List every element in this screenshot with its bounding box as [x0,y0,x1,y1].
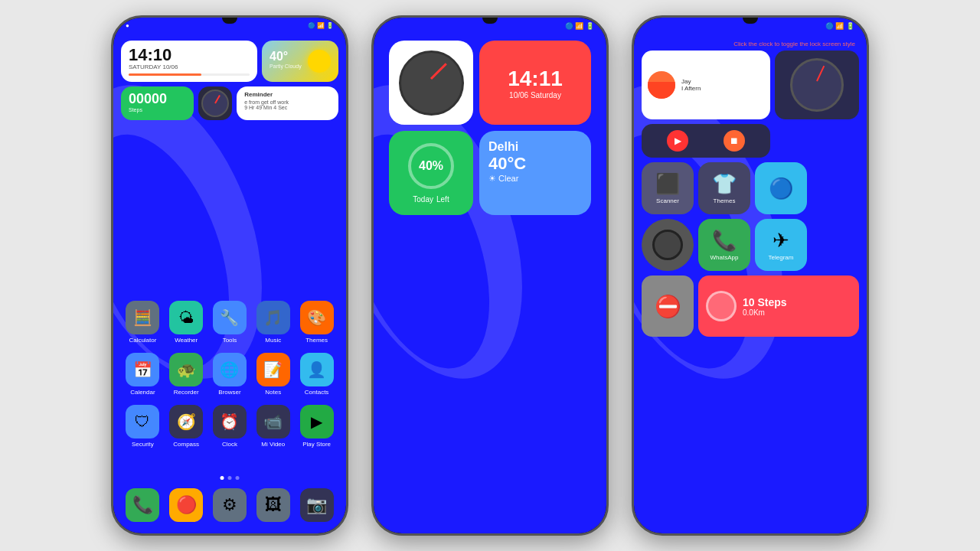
page-dot-2 [228,476,232,480]
clock-progress [129,73,250,76]
browser-icon: 🌐 [213,353,247,386]
widgets-area: 14:10 SATURDAY 10/06 40° Partly Cloudy [121,41,338,120]
app-music[interactable]: 🎵 Music [253,301,293,344]
app-playstore[interactable]: ▶ Play Store [297,405,337,448]
p3-cal-icon [648,71,675,99]
p3-media-controls[interactable]: ▶ ⏹ [642,124,770,158]
app-whatsapp[interactable]: 📞 WhatsApp [698,219,750,271]
dock-settings[interactable]: ⚙ [213,488,247,522]
dock-1: 📞 🔴 ⚙ 🖼 📷 [121,488,338,522]
steps-widget[interactable]: 00000 Steps [121,86,194,120]
mivideo-icon: 📹 [256,405,290,439]
app-grid-1: 🧮 Calculator 🌤 Weather 🔧 Tools 🎵 Music 🎨 [121,301,338,457]
clock-label: Clock [222,441,237,448]
app-telegram[interactable]: ✈ Telegram [755,219,807,271]
dock-launcher[interactable]: 🔴 [169,488,203,522]
app-compass[interactable]: 🧭 Compass [166,405,206,448]
scanner-label: Scanner [656,197,679,204]
page-dot-3 [236,476,240,480]
p2-weather-widget[interactable]: Delhi 40°C ☀ Clear [479,131,591,215]
app-browser[interactable]: 🌐 Browser [210,353,250,396]
status-right-3: 🔵 📶 🔋 [825,22,854,30]
p2-analog-widget[interactable] [389,41,473,125]
app-record[interactable] [642,219,694,271]
app-mivideo[interactable]: 📹 Mi Video [253,405,293,448]
steps-circle-icon [706,291,737,321]
play-icon[interactable]: ▶ [667,130,688,152]
p2-top-row: 14:11 10/06 Saturday [389,41,591,125]
phone-3-screen: 🔵 📶 🔋 Click the clock to toggle the lock… [634,18,867,533]
steps-number: 10 Steps [743,296,787,308]
weather-widget[interactable]: 40° Partly Cloudy [262,41,338,82]
stop-icon[interactable]: ⏹ [724,130,745,152]
tools-label: Tools [223,337,237,344]
app-calculator[interactable]: 🧮 Calculator [122,301,162,344]
app-calendar[interactable]: 📅 Calendar [122,353,162,396]
widget-row-2: 00000 Steps Reminder e from get off work… [121,86,338,120]
app-recorder[interactable]: 🐢 Recorder [166,353,206,396]
recorder-icon: 🐢 [169,353,203,386]
dock-camera[interactable]: 📷 [300,488,334,522]
analog-face-small [201,90,229,117]
weather-temp: 40° [270,50,302,64]
app-tools[interactable]: 🔧 Tools [210,301,250,344]
weather-icon: 🌤 [169,301,203,334]
widgets-area-2: 14:11 10/06 Saturday 40% Today Left [389,41,591,215]
music-icon: 🎵 [256,301,290,334]
p2-digital-date: 10/06 Saturday [509,91,561,99]
app-weather[interactable]: 🌤 Weather [166,301,206,344]
calculator-label: Calculator [129,337,156,344]
clock-date: SATURDAY 10/06 [129,64,250,70]
security-label: Security [132,441,154,448]
p3-steps-widget[interactable]: 10 Steps 0.0Km [698,276,859,337]
themes-icon-3: 👕 [712,172,737,196]
scanner-icon: ⬛ [655,172,680,196]
status-icons: 🔵 📶 🔋 [308,22,334,29]
status-dot: ● [126,22,129,29]
p2-weather-condition: ☀ Clear [488,174,582,184]
app-contacts[interactable]: 👤 Contacts [297,353,337,396]
weather-label: Weather [175,337,198,344]
telegram-icon: ✈ [773,229,789,253]
analog-widget-small[interactable] [198,86,232,120]
p2-todo-circle: 40% [408,143,454,189]
app-security[interactable]: 🛡 Security [122,405,162,448]
app-notes[interactable]: 📝 Notes [253,353,293,396]
p2-todo-widget[interactable]: 40% Today Left [389,131,473,215]
calendar-icon: 📅 [126,353,159,386]
tools-icon: 🔧 [213,301,247,334]
dock-phone[interactable]: 📞 [126,488,159,522]
phone-2-screen: 🔵 📶 🔋 14:11 10/06 Saturday [374,18,606,533]
p3-apps-row-3: ⛔ 10 Steps 0.0Km [642,276,859,337]
p2-digital-widget[interactable]: 14:11 10/06 Saturday [479,41,591,125]
page-dot-1 [220,476,224,480]
app-row-3: 🛡 Security 🧭 Compass ⏰ Clock 📹 Mi Video … [121,405,338,448]
reminder-widget[interactable]: Reminder e from get off work9 Hr 49 Min … [237,86,338,120]
p2-digital-time: 14:11 [508,67,563,91]
app-clock[interactable]: ⏰ Clock [210,405,250,448]
p3-cal-line1: Jay [681,78,701,85]
app-scanner[interactable]: ⬛ Scanner [642,162,694,214]
p2-weather-temp: 40°C [488,154,582,174]
weather-sun-icon [308,50,331,73]
p2-todo-label2: Left [436,195,449,204]
security-icon: 🛡 [126,405,159,439]
calculator-icon: 🧮 [126,301,159,334]
app-themes-1[interactable]: 🎨 Themes [297,301,337,344]
app-row-1: 🧮 Calculator 🌤 Weather 🔧 Tools 🎵 Music 🎨 [121,301,338,344]
p3-content: Click the clock to toggle the lock scree… [642,41,859,337]
app-blue[interactable]: 🔵 [755,162,807,214]
p3-analog-widget[interactable] [775,51,859,119]
app-themes-3[interactable]: 👕 Themes [698,162,750,214]
clock-widget[interactable]: 14:10 SATURDAY 10/06 [121,41,257,82]
app-blocked[interactable]: ⛔ [642,276,694,337]
whatsapp-icon: 📞 [712,229,737,253]
p3-row-1: Jay I Aftern [642,51,859,119]
p3-calendar-widget[interactable]: Jay I Aftern [642,51,770,119]
compass-label: Compass [173,441,199,448]
p2-weather-city: Delhi [488,140,582,154]
dock-gallery[interactable]: 🖼 [256,488,290,522]
app-row-2: 📅 Calendar 🐢 Recorder 🌐 Browser 📝 Notes … [121,353,338,396]
telegram-label: Telegram [769,254,794,261]
contacts-label: Contacts [305,389,329,396]
